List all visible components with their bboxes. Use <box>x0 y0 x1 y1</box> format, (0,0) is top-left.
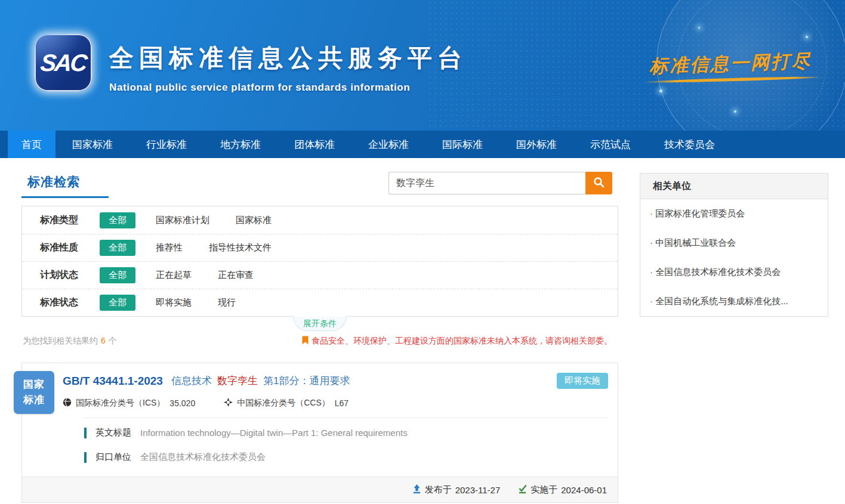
ccs-classification: 中国标准分类号（CCS） L67 <box>224 398 349 409</box>
standard-code-link[interactable]: GB/T 43441.1-2023 <box>63 375 163 388</box>
divider <box>83 418 608 418</box>
nav-tab-home[interactable]: 首页 <box>8 131 55 158</box>
sac-logo-text: SAC <box>39 50 87 76</box>
filter-option[interactable]: 正在起草 <box>156 270 192 281</box>
filter-all-button[interactable]: 全部 <box>100 240 135 256</box>
nav-tab-national-standards[interactable]: 国家标准 <box>55 131 129 158</box>
result-card: 国家 标准 GB/T 43441.1-2023 信息技术 数字孪生 第1部分：通… <box>21 363 618 503</box>
related-units-title: 相关单位 <box>640 174 828 199</box>
main-nav: 首页 国家标准 行业标准 地方标准 团体标准 企业标准 国际标准 国外标准 示范… <box>0 131 845 158</box>
badge-line2: 标准 <box>23 392 45 408</box>
ics-value: 35.020 <box>169 398 195 408</box>
notice-text: 食品安全、环境保护、工程建设方面的国家标准未纳入本系统，请咨询相关部委。 <box>312 336 612 347</box>
summary-prefix: 为您找到相关结果约 <box>23 336 98 345</box>
implemented-value: 2024-06-01 <box>561 485 607 495</box>
standard-type-badge: 国家 标准 <box>14 371 54 414</box>
committee-row: 归口单位 全国信息技术标准化技术委员会 <box>63 445 608 469</box>
ccs-label: 中国标准分类号（CCS） <box>237 398 330 409</box>
implement-check-icon <box>518 484 531 496</box>
site-title-chinese: 全国标准信息公共服务平台 <box>109 42 467 75</box>
page-title: 标准检索 <box>21 174 109 198</box>
filter-option[interactable]: 国家标准计划 <box>156 215 209 226</box>
summary-count: 6 <box>101 336 106 345</box>
detail-label: 归口单位 <box>95 452 131 463</box>
sac-logo[interactable]: SAC <box>35 34 92 91</box>
filter-all-button[interactable]: 全部 <box>100 212 135 228</box>
ics-classification: 国际标准分类号（ICS） 35.020 <box>63 398 195 409</box>
detail-value: 全国信息技术标准化技术委员会 <box>140 452 266 463</box>
detail-label: 英文标题 <box>95 427 131 438</box>
search-input[interactable] <box>388 172 585 194</box>
search-bar <box>388 172 612 194</box>
result-card-footer: 发布于 2023-11-27 实施于 2024-06-01 <box>22 477 618 502</box>
main-content: 标准检索 标准类型 全部 国家标准计划 国家标准 <box>0 158 845 503</box>
standard-title-part1[interactable]: 信息技术 <box>171 374 212 388</box>
published-date: 发布于 2023-11-27 <box>412 484 501 496</box>
nav-tab-pilot[interactable]: 示范试点 <box>573 131 647 158</box>
nav-tab-industry-standards[interactable]: 行业标准 <box>129 131 203 158</box>
search-button[interactable] <box>585 172 612 194</box>
glow-dot <box>734 110 736 113</box>
glow-dot <box>659 89 662 92</box>
implemented-label: 实施于 <box>531 484 557 496</box>
expand-conditions-button[interactable]: 展开条件 <box>293 316 347 331</box>
system-notice: 食品安全、环境保护、工程建设方面的国家标准未纳入本系统，请咨询相关部委。 <box>302 336 612 347</box>
compass-icon <box>224 398 237 409</box>
filter-option[interactable]: 国家标准 <box>236 215 272 226</box>
filter-option[interactable]: 推荐性 <box>156 242 183 253</box>
english-title-row: 英文标题 Information technology—Digital twin… <box>63 420 608 445</box>
publish-upload-icon <box>412 484 425 496</box>
nav-tab-technical-committee[interactable]: 技术委员会 <box>647 131 732 158</box>
filter-option[interactable]: 现行 <box>218 297 236 308</box>
nav-tab-international-standards[interactable]: 国际标准 <box>425 131 499 158</box>
status-badge: 即将实施 <box>557 373 608 389</box>
bookmark-icon <box>302 336 312 347</box>
filter-label: 标准类型 <box>40 214 100 227</box>
ics-label: 国际标准分类号（ICS） <box>76 398 165 409</box>
standard-title-highlight[interactable]: 数字孪生 <box>217 374 258 388</box>
filter-option[interactable]: 即将实施 <box>156 297 192 308</box>
sidebar-item-machinery-federation[interactable]: 中国机械工业联合会 <box>640 228 828 258</box>
published-label: 发布于 <box>425 484 452 496</box>
sidebar-item-sac[interactable]: 国家标准化管理委员会 <box>640 199 828 228</box>
nav-tab-enterprise-standards[interactable]: 企业标准 <box>351 131 425 158</box>
badge-line1: 国家 <box>23 377 45 392</box>
sidebar-item-automation-systems-committee[interactable]: 全国自动化系统与集成标准化技... <box>640 287 828 316</box>
detail-value: Information technology—Digital twin—Part… <box>140 428 408 438</box>
search-icon <box>593 177 605 190</box>
teal-bar <box>84 428 87 438</box>
filter-row-standard-type: 标准类型 全部 国家标准计划 国家标准 <box>22 206 618 234</box>
nav-tab-foreign-standards[interactable]: 国外标准 <box>499 131 573 158</box>
globe-icon <box>63 398 76 409</box>
filter-row-standard-nature: 标准性质 全部 推荐性 指导性技术文件 <box>22 234 618 261</box>
summary-suffix: 个 <box>109 336 117 345</box>
filter-row-plan-status: 计划状态 全部 正在起草 正在审查 <box>22 261 618 289</box>
filter-all-button[interactable]: 全部 <box>100 267 135 283</box>
sidebar-item-it-standardization-committee[interactable]: 全国信息技术标准化技术委员会 <box>640 258 828 287</box>
nav-tab-local-standards[interactable]: 地方标准 <box>203 131 277 158</box>
standard-title-part2[interactable]: 第1部分：通用要求 <box>263 374 350 388</box>
filter-option[interactable]: 指导性技术文件 <box>209 242 272 253</box>
filter-option[interactable]: 正在审查 <box>218 270 254 281</box>
glow-dot <box>806 36 808 38</box>
site-header: SAC 全国标准信息公共服务平台 National public service… <box>0 0 845 131</box>
published-value: 2023-11-27 <box>455 485 501 495</box>
nav-tab-group-standards[interactable]: 团体标准 <box>277 131 351 158</box>
filter-panel: 标准类型 全部 国家标准计划 国家标准 标准性质 全部 推荐性 指导性技术文件 … <box>21 206 618 317</box>
filter-label: 标准性质 <box>40 242 100 254</box>
ccs-value: L67 <box>335 398 349 408</box>
teal-bar <box>84 452 87 463</box>
filter-label: 计划状态 <box>40 269 100 282</box>
glow-dot <box>698 27 700 29</box>
related-units-panel: 相关单位 国家标准化管理委员会 中国机械工业联合会 全国信息技术标准化技术委员会… <box>640 173 828 317</box>
results-summary: 为您找到相关结果约6个 <box>23 336 117 347</box>
filter-label: 标准状态 <box>40 296 100 309</box>
site-titles: 全国标准信息公共服务平台 National public service pla… <box>109 42 467 94</box>
site-title-english: National public service platform for sta… <box>109 82 467 94</box>
filter-all-button[interactable]: 全部 <box>100 295 135 311</box>
implemented-date: 实施于 2024-06-01 <box>518 484 607 496</box>
filter-row-standard-status: 标准状态 全部 即将实施 现行 <box>22 289 618 316</box>
